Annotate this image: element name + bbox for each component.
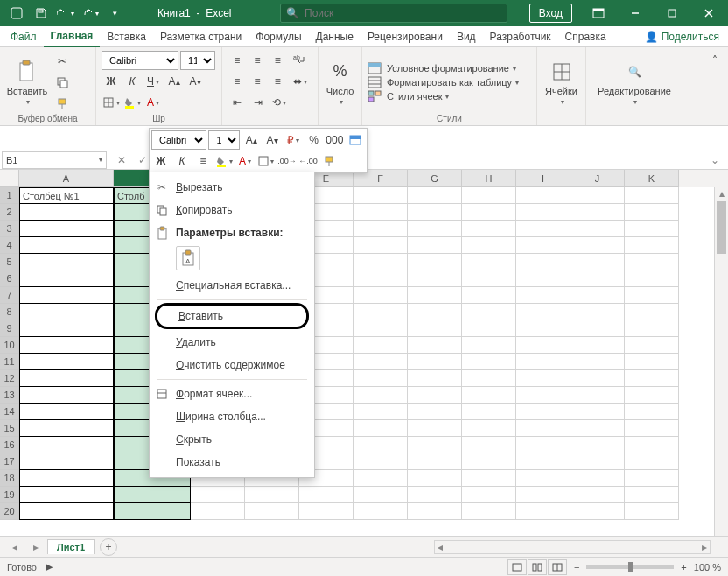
cell[interactable]: [570, 254, 625, 270]
cell[interactable]: [408, 270, 462, 287]
cell[interactable]: [354, 370, 408, 387]
cell[interactable]: [19, 453, 114, 470]
cell[interactable]: [625, 270, 679, 287]
tab-review[interactable]: Рецензировани: [360, 26, 450, 47]
row-header[interactable]: 10: [0, 337, 19, 354]
cm-clear[interactable]: Очистить содержимое: [150, 354, 314, 376]
cell[interactable]: [462, 287, 516, 304]
mini-cond-format[interactable]: [346, 130, 365, 150]
cell[interactable]: [625, 404, 679, 420]
tab-layout[interactable]: Разметка страни: [153, 26, 248, 47]
row-header[interactable]: 20: [0, 503, 19, 520]
view-page-layout[interactable]: [528, 559, 547, 575]
share-button[interactable]: 👤Поделиться: [636, 31, 728, 43]
cell[interactable]: [462, 320, 516, 337]
autosave-toggle[interactable]: [5, 2, 28, 25]
tab-file[interactable]: Файл: [4, 26, 44, 47]
cell[interactable]: [516, 204, 570, 221]
cell[interactable]: [625, 437, 679, 453]
cell[interactable]: [19, 370, 114, 387]
cell[interactable]: [191, 503, 245, 520]
font-color-button[interactable]: A▾: [144, 93, 163, 112]
cm-show[interactable]: Показать: [150, 451, 314, 474]
cell[interactable]: [570, 287, 625, 304]
cell[interactable]: [570, 204, 625, 221]
qat-customize[interactable]: ▾: [103, 2, 126, 25]
cell[interactable]: [354, 237, 408, 254]
cell[interactable]: [408, 254, 462, 270]
mini-borders[interactable]: ▾: [256, 151, 276, 171]
cell[interactable]: [408, 237, 462, 254]
cell[interactable]: [354, 503, 408, 520]
cell[interactable]: [19, 354, 114, 370]
format-table-button[interactable]: Форматировать как таблицу▾: [368, 76, 531, 88]
cell[interactable]: [516, 387, 570, 404]
align-top[interactable]: ≡: [228, 51, 246, 70]
row-header[interactable]: 4: [0, 237, 19, 254]
cell[interactable]: [625, 354, 679, 370]
cell[interactable]: [570, 387, 625, 404]
cell[interactable]: [408, 287, 462, 304]
cell[interactable]: [516, 420, 570, 437]
cell[interactable]: [299, 487, 354, 503]
collapse-ribbon-button[interactable]: ˄: [705, 51, 724, 70]
mini-accounting-format[interactable]: ₽▾: [284, 130, 303, 150]
cell[interactable]: [19, 287, 114, 304]
maximize-button[interactable]: [654, 0, 690, 26]
cell[interactable]: [625, 470, 679, 487]
mini-decrease-decimal[interactable]: ←.00: [298, 151, 318, 171]
cm-cut[interactable]: ✂Вырезать: [150, 176, 314, 199]
cell[interactable]: [408, 337, 462, 354]
cell[interactable]: [462, 503, 516, 520]
format-painter-icon[interactable]: [52, 94, 72, 113]
cell[interactable]: [408, 221, 462, 237]
cell[interactable]: [408, 487, 462, 503]
cm-paste-special[interactable]: Специальная вставка...: [150, 274, 314, 297]
row-header[interactable]: 17: [0, 453, 19, 470]
italic-button[interactable]: К: [122, 72, 142, 91]
tab-developer[interactable]: Разработчик: [483, 26, 558, 47]
cell[interactable]: [354, 254, 408, 270]
underline-button[interactable]: Ч▾: [144, 72, 163, 91]
conditional-formatting-button[interactable]: Условное форматирование▾: [368, 62, 531, 74]
cell[interactable]: [462, 437, 516, 453]
column-header[interactable]: H: [462, 170, 516, 187]
cell[interactable]: [408, 470, 462, 487]
cell[interactable]: [354, 453, 408, 470]
cell[interactable]: [462, 487, 516, 503]
cell[interactable]: [19, 320, 114, 337]
cell[interactable]: [462, 304, 516, 320]
cell[interactable]: [408, 437, 462, 453]
row-header[interactable]: 1: [0, 187, 19, 204]
view-page-break[interactable]: [548, 559, 567, 575]
cell[interactable]: [408, 387, 462, 404]
row-header[interactable]: 2: [0, 204, 19, 221]
cell[interactable]: [354, 204, 408, 221]
tab-help[interactable]: Справка: [558, 26, 613, 47]
row-header[interactable]: 3: [0, 221, 19, 237]
cell[interactable]: [245, 487, 299, 503]
wrap-text-button[interactable]: ab: [289, 51, 312, 70]
cell[interactable]: [570, 470, 625, 487]
paste-button[interactable]: Вставить▾: [5, 51, 49, 114]
mini-format-painter[interactable]: [319, 151, 339, 171]
cm-column-width[interactable]: Ширина столбца...: [150, 405, 314, 428]
increase-indent[interactable]: ⇥: [248, 93, 268, 112]
cell[interactable]: [462, 237, 516, 254]
mini-percent-format[interactable]: %: [304, 130, 324, 150]
cell[interactable]: [19, 404, 114, 420]
cell[interactable]: [570, 221, 625, 237]
cell[interactable]: [462, 420, 516, 437]
cell[interactable]: [625, 387, 679, 404]
mini-increase-decimal[interactable]: .00→: [277, 151, 297, 171]
cell[interactable]: [570, 320, 625, 337]
sheet-nav-next[interactable]: ▸: [26, 537, 46, 557]
cell[interactable]: [408, 320, 462, 337]
cell[interactable]: [354, 354, 408, 370]
cell[interactable]: [19, 387, 114, 404]
cell[interactable]: [408, 304, 462, 320]
row-header[interactable]: 8: [0, 304, 19, 320]
cell[interactable]: [354, 187, 408, 204]
minimize-button[interactable]: [618, 0, 653, 26]
cell[interactable]: [516, 270, 570, 287]
